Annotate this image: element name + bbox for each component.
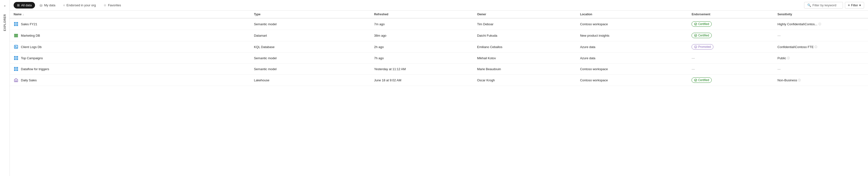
cell-sensitivity: — [774, 30, 868, 41]
svg-rect-4 [16, 24, 17, 25]
cell-location: New product insights [576, 30, 688, 41]
cell-endorsement: Certified [688, 18, 773, 30]
item-name[interactable]: Top Campaigns [21, 56, 43, 60]
column-label-refreshed: Refreshed [374, 13, 389, 16]
cell-type: Semantic model [250, 53, 370, 64]
item-name[interactable]: Sales FY21 [21, 22, 37, 26]
cell-refreshed: 2h ago [370, 41, 473, 53]
svg-rect-3 [14, 24, 15, 25]
svg-rect-5 [17, 24, 18, 25]
tab-icon-all-data: ⊞ [17, 3, 20, 7]
cell-endorsement: — [688, 53, 773, 64]
filter-lines-icon: ≡ [848, 3, 850, 7]
endorsement-badge: Certified [691, 21, 712, 27]
endorsement-badge: Certified [691, 77, 712, 83]
sidebar-label: Explorer [3, 14, 6, 31]
cell-name: Top Campaigns [10, 53, 250, 64]
sensitivity-info: Highly Confidential\Contos... ⓘ [778, 22, 864, 26]
table-row[interactable]: Dataflow for triggers Semantic model Yes… [10, 64, 868, 74]
cell-location: Azure data [576, 53, 688, 64]
column-header-owner: Owner [473, 11, 576, 18]
sensitivity-info: Confidential\Contoso FTE ⓘ [778, 45, 864, 49]
location-label: Azure data [580, 56, 595, 60]
tab-icon-my-data: 🗂 [39, 3, 42, 7]
info-icon[interactable]: ⓘ [814, 45, 817, 49]
tab-label-favorites: Favorites [108, 3, 121, 7]
info-icon[interactable]: ⓘ [798, 78, 801, 82]
location-label: Azure data [580, 45, 595, 49]
sidebar: » Explorer [0, 0, 10, 176]
filter-search-input[interactable]: 🔍 Filter by keyword [804, 2, 843, 8]
svg-rect-22 [16, 58, 17, 59]
column-header-location: Location [576, 11, 688, 18]
table-row[interactable]: Client Logs Db KQL Database 2h ago Emili… [10, 41, 868, 53]
svg-rect-20 [17, 56, 18, 57]
refreshed-label: 7m ago [374, 22, 384, 26]
cell-endorsement: — [688, 64, 773, 74]
cell-type: Semantic model [250, 18, 370, 30]
svg-rect-21 [14, 58, 15, 59]
column-label-endorsement: Endorsement [691, 13, 710, 16]
location-label: New product insights [580, 34, 609, 37]
type-label: Datamart [254, 34, 267, 37]
sensitivity-label: Non-Business [778, 78, 797, 82]
table-row[interactable]: Sales FY21 Semantic model 7m ago Tim Deb… [10, 18, 868, 30]
location-label: Contoso workspace [580, 67, 608, 71]
cell-location: Contoso workspace [576, 64, 688, 74]
cell-owner: Mikhail Kotov [473, 53, 576, 64]
cell-refreshed: Yesterday at 11:12 AM [370, 64, 473, 74]
svg-rect-27 [14, 67, 15, 68]
svg-rect-35 [17, 70, 18, 71]
item-name[interactable]: Marketing DB [21, 34, 40, 37]
endorsement-label: Certified [698, 22, 709, 26]
info-icon[interactable]: ⓘ [787, 56, 790, 60]
sidebar-collapse-button[interactable]: » [1, 2, 8, 9]
main-content: ⊞All data🗂My data○Endorsed in your org☆F… [10, 0, 868, 176]
sensitivity-label: Highly Confidential\Contos... [778, 22, 817, 26]
table-header-row: Name↓TypeRefreshedOwnerLocationEndorseme… [10, 11, 868, 18]
column-label-owner: Owner [477, 13, 486, 16]
location-label: Contoso workspace [580, 78, 608, 82]
svg-rect-30 [14, 68, 15, 69]
filter-chevron-icon: ▾ [859, 3, 861, 7]
data-table: Name↓TypeRefreshedOwnerLocationEndorseme… [10, 11, 868, 86]
endorsement-label: Certified [698, 78, 709, 82]
svg-rect-23 [17, 58, 18, 59]
svg-rect-11 [14, 35, 18, 36]
item-name[interactable]: Daily Sales [21, 78, 37, 82]
tab-icon-favorites: ☆ [103, 3, 106, 7]
svg-rect-29 [17, 67, 18, 68]
svg-rect-34 [16, 70, 17, 71]
svg-rect-12 [14, 36, 18, 37]
tab-all-data[interactable]: ⊞All data [13, 2, 35, 8]
table-row[interactable]: Marketing DB Datamart 38m ago Daichi Fuk… [10, 30, 868, 41]
owner-label: Emiliano Ceballos [477, 45, 502, 49]
right-controls: 🔍 Filter by keyword ≡ Filter ▾ [804, 2, 864, 8]
item-name[interactable]: Client Logs Db [21, 45, 41, 49]
tab-endorsed-in-your-org[interactable]: ○Endorsed in your org [60, 2, 99, 8]
tab-my-data[interactable]: 🗂My data [36, 2, 59, 8]
cell-endorsement: Promoted [688, 41, 773, 53]
top-bar: ⊞All data🗂My data○Endorsed in your org☆F… [10, 0, 868, 11]
cell-endorsement: Certified [688, 30, 773, 41]
column-header-name[interactable]: Name↓ [10, 11, 250, 18]
sort-icon-name: ↓ [23, 13, 24, 16]
filter-button[interactable]: ≡ Filter ▾ [845, 2, 864, 8]
column-header-sensitivity: Sensitivity [774, 11, 868, 18]
location-label: Contoso workspace [580, 22, 608, 26]
cell-owner: Marie Beaudouin [473, 64, 576, 74]
svg-rect-1 [16, 22, 17, 23]
filter-button-label: Filter [851, 3, 858, 7]
cell-endorsement: Certified [688, 74, 773, 86]
endorsement-label: Promoted [698, 45, 711, 48]
tab-favorites[interactable]: ☆Favorites [100, 2, 124, 8]
cell-name: Client Logs Db [10, 41, 250, 53]
table-row[interactable]: Daily Sales Lakehouse June 18 at 9:02 AM… [10, 74, 868, 86]
cell-location: Azure data [576, 41, 688, 53]
column-header-endorsement: Endorsement [688, 11, 773, 18]
info-icon[interactable]: ⓘ [818, 22, 821, 26]
cell-sensitivity: Confidential\Contoso FTE ⓘ [774, 41, 868, 53]
owner-label: Oscar Krogh [477, 78, 495, 82]
table-row[interactable]: Top Campaigns Semantic model 7h ago Mikh… [10, 53, 868, 64]
item-name[interactable]: Dataflow for triggers [21, 67, 49, 71]
